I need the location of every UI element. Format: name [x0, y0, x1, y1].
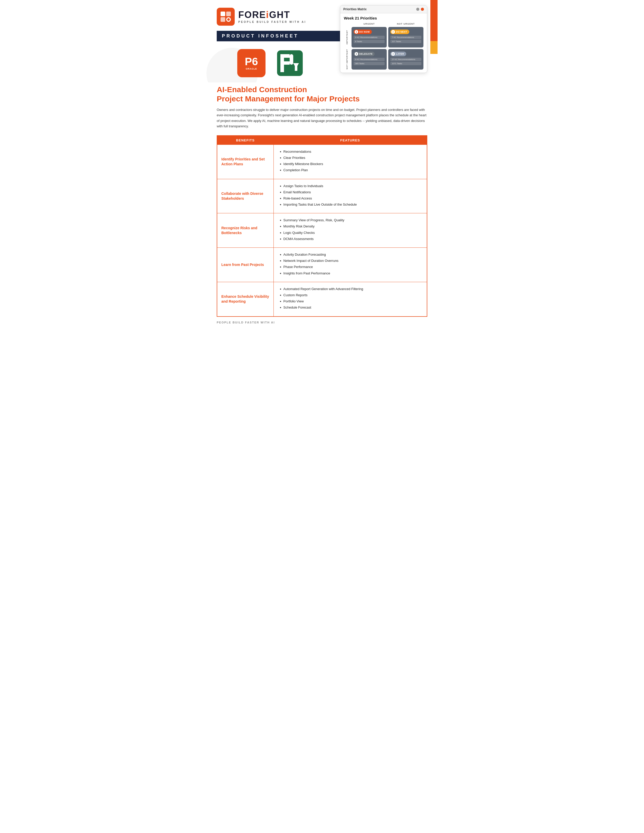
benefit-cell-1: Collaborate with Diverse Stakeholders: [217, 179, 274, 213]
cell-stat-7: 27 KC Recommendations: [390, 58, 421, 61]
row-label-important: IMPORTANT: [344, 27, 350, 48]
ms-project-logo: [276, 49, 304, 77]
feature-item-1-3: Importing Tasks that Live Outside of the…: [280, 202, 421, 207]
cell-stat-2: 8 Tasks: [354, 40, 385, 43]
matrix-header-row: URGENT NOT URGENT: [344, 22, 423, 26]
svg-rect-8: [280, 61, 290, 65]
feature-list-2: Summary View of Progress, Risk, QualityM…: [280, 218, 421, 241]
feature-item-2-2: Logic Quality Checks: [280, 230, 421, 235]
feature-item-0-0: Recommendations: [280, 150, 421, 154]
feature-list-4: Automated Report Generation with Advance…: [280, 287, 421, 310]
benefit-label-1: Collaborate with Diverse Stakeholders: [221, 191, 269, 201]
brand-tagline: PEOPLE BUILD FASTER WITH AI: [238, 21, 306, 23]
cell-stat-8: 1071 Tasks: [390, 62, 421, 65]
feature-item-0-2: Identify Milestone Blockers: [280, 162, 421, 166]
footer-tagline: PEOPLE BUILD FASTER WITH AI: [217, 321, 427, 324]
svg-rect-1: [226, 11, 231, 16]
feature-item-2-3: DCMA Assessments: [280, 237, 421, 241]
feature-item-3-1: Network Impact of Duration Overruns: [280, 259, 421, 263]
foresight-logo-icon: [217, 8, 235, 26]
benefit-label-4: Enhance Schedule Visibility and Reportin…: [221, 294, 269, 304]
feature-cell-2: Summary View of Progress, Risk, QualityM…: [274, 213, 427, 248]
benefit-cell-4: Enhance Schedule Visibility and Reportin…: [217, 282, 274, 316]
benefit-cell-3: Learn from Past Projects: [217, 248, 274, 282]
cell-delegate: 3 DELEGATE 6 KC Recommendations 365 Task…: [351, 49, 387, 69]
feature-cell-1: Assign Tasks to IndividualsEmail Notific…: [274, 179, 427, 213]
feature-item-3-0: Activity Duration Forecasting: [280, 252, 421, 257]
feature-item-4-3: Schedule Forecast: [280, 305, 421, 310]
matrix-body: IMPORTANT 1 DO NOW 9 KC Recommendations …: [344, 27, 423, 69]
col-label-urgent: URGENT: [351, 22, 387, 26]
benefit-label-0: Identify Priorities and Set Action Plans: [221, 157, 269, 167]
svg-rect-11: [295, 63, 297, 71]
main-title: AI-Enabled ConstructionProject Managemen…: [217, 85, 427, 103]
cell-later: 4 LATER 27 KC Recommendations 1071 Tasks: [388, 49, 423, 69]
cell-stat-1: 9 KC Recommendations: [354, 36, 385, 39]
benefit-label-2: Recognize Risks and Bottlenecks: [221, 226, 269, 235]
table-row: Recognize Risks and BottlenecksSummary V…: [217, 213, 427, 248]
accent-bar-orange: [430, 41, 438, 54]
close-button[interactable]: [421, 8, 424, 11]
table-row: Identify Priorities and Set Action Plans…: [217, 145, 427, 179]
benefit-cell-2: Recognize Risks and Bottlenecks: [217, 213, 274, 248]
feature-item-4-2: Portfolio View: [280, 299, 421, 304]
badge-delegate: 3 DELEGATE: [354, 51, 375, 56]
widget-title: Priorities Matrix: [343, 8, 367, 11]
p6-sublabel: ORACLE: [246, 68, 257, 70]
cell-stat-4: 127 Tasks: [390, 40, 421, 43]
svg-point-4: [227, 18, 230, 21]
logo-text: FOREiGHT PEOPLE BUILD FASTER WITH AI: [238, 10, 306, 23]
feature-item-2-0: Summary View of Progress, Risk, Quality: [280, 218, 421, 223]
feature-item-2-1: Monthly Risk Density: [280, 224, 421, 229]
benefit-cell-0: Identify Priorities and Set Action Plans: [217, 145, 274, 179]
feature-item-4-1: Custom Reports: [280, 293, 421, 298]
table-row: Collaborate with Diverse StakeholdersAss…: [217, 179, 427, 213]
widget-titlebar: Priorities Matrix: [340, 5, 427, 13]
feature-item-4-0: Automated Report Generation with Advance…: [280, 287, 421, 291]
feature-item-3-3: Insights from Past Performance: [280, 271, 421, 276]
cell-stat-3: 7 KC Recommendations: [390, 36, 421, 39]
p6-logo: P6 ORACLE: [237, 49, 266, 77]
svg-rect-0: [221, 11, 225, 16]
badge-do-next: 2 DO NEXT: [390, 29, 409, 34]
table-row: Learn from Past ProjectsActivity Duratio…: [217, 248, 427, 282]
matrix-grid: URGENT NOT URGENT IMPORTANT 1 DO NOW 9: [340, 22, 427, 72]
cell-do-now: 1 DO NOW 9 KC Recommendations 8 Tasks: [351, 27, 387, 48]
svg-rect-9: [290, 54, 293, 65]
footer: PEOPLE BUILD FASTER WITH AI: [206, 317, 438, 328]
minimize-button[interactable]: [416, 8, 419, 11]
feature-item-1-0: Assign Tasks to Individuals: [280, 184, 421, 188]
cell-do-next: 2 DO NEXT 7 KC Recommendations 127 Tasks: [388, 27, 423, 48]
feature-item-0-3: Completion Plan: [280, 168, 421, 172]
cell-stat-6: 365 Tasks: [354, 62, 385, 65]
badge-later: 4 LATER: [390, 51, 406, 56]
feature-cell-0: RecommendationsClear PrioritiesIdentify …: [274, 145, 427, 179]
cell-stat-5: 6 KC Recommendations: [354, 58, 385, 61]
benefits-header: BENEFITS: [217, 135, 274, 145]
main-content: AI-Enabled ConstructionProject Managemen…: [206, 82, 438, 317]
p6-label: P6: [245, 56, 258, 67]
feature-cell-4: Automated Report Generation with Advance…: [274, 282, 427, 316]
col-label-not-urgent: NOT URGENT: [388, 22, 423, 26]
benefit-label-3: Learn from Past Projects: [221, 262, 269, 267]
features-header: FEATURES: [274, 135, 427, 145]
table-row: Enhance Schedule Visibility and Reportin…: [217, 282, 427, 316]
widget-controls: [416, 8, 424, 11]
badge-do-now: 1 DO NOW: [354, 29, 372, 34]
feature-cell-3: Activity Duration ForecastingNetwork Imp…: [274, 248, 427, 282]
feature-list-0: RecommendationsClear PrioritiesIdentify …: [280, 150, 421, 173]
feature-list-3: Activity Duration ForecastingNetwork Imp…: [280, 252, 421, 276]
feature-item-1-2: Role-based Access: [280, 196, 421, 201]
feature-list-1: Assign Tasks to IndividualsEmail Notific…: [280, 184, 421, 207]
brand-name: FOREiGHT: [238, 10, 306, 19]
feature-item-3-2: Phase Performance: [280, 265, 421, 269]
svg-rect-7: [280, 54, 290, 58]
week-label: Week 21 Priorities: [340, 13, 427, 22]
svg-rect-2: [221, 17, 225, 22]
row-label-not-important: NOT IMPORTANT: [344, 49, 350, 69]
benefits-features-table: BENEFITS FEATURES Identify Priorities an…: [217, 135, 427, 317]
feature-item-1-1: Email Notifications: [280, 190, 421, 195]
feature-item-0-1: Clear Priorities: [280, 156, 421, 160]
priorities-matrix-widget: Priorities Matrix Week 21 Priorities URG…: [340, 5, 427, 73]
table-header-row: BENEFITS FEATURES: [217, 135, 427, 145]
